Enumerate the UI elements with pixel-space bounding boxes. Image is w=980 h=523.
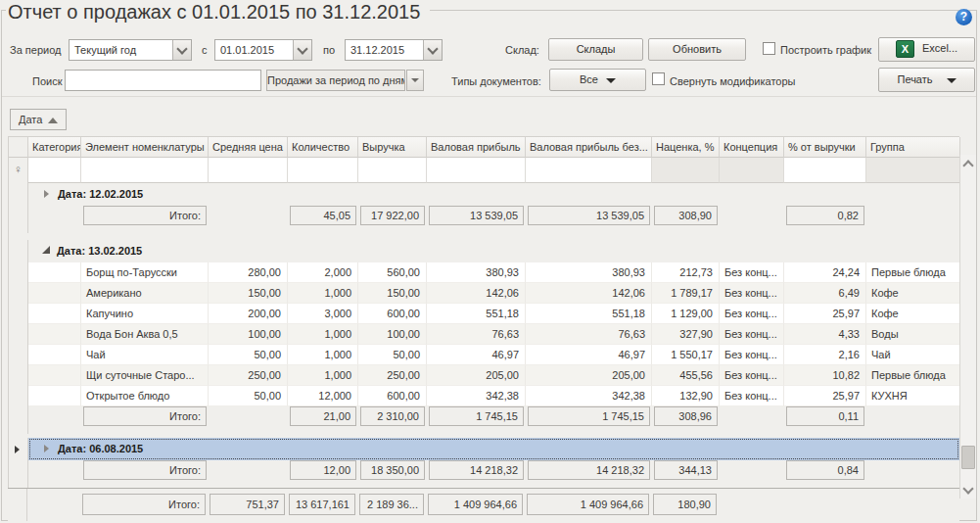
search-input[interactable]	[65, 70, 261, 91]
cell[interactable]	[28, 324, 81, 345]
filter-cell[interactable]	[81, 158, 209, 183]
cell[interactable]	[28, 304, 81, 324]
cell[interactable]: Без конц...	[720, 324, 784, 345]
group-header[interactable]: Дата: 13.02.2015	[28, 240, 959, 262]
cell[interactable]: Чай	[866, 345, 960, 365]
cell[interactable]: 1 129,00	[652, 304, 720, 324]
cell[interactable]: 25,97	[784, 386, 866, 406]
table-row[interactable]: Чай50,001,00050,0046,9746,971 550,17Без …	[9, 345, 959, 365]
filter-cell[interactable]	[28, 158, 81, 183]
cell[interactable]: 3,000	[288, 304, 358, 324]
cell[interactable]: 250,00	[209, 365, 288, 386]
excel-button[interactable]: XExcel...	[878, 37, 975, 62]
cell[interactable]: 205,00	[526, 365, 652, 386]
cell[interactable]: 24,24	[784, 262, 866, 283]
cell[interactable]: Борщ по-Тарусски	[81, 262, 209, 283]
group-by-date-chip[interactable]: Дата	[10, 109, 67, 130]
filter-cell[interactable]	[720, 158, 784, 183]
date-to-combobox[interactable]: 31.12.2015	[345, 39, 443, 61]
chevron-down-icon[interactable]	[293, 40, 311, 60]
cell[interactable]: 1,000	[288, 283, 358, 304]
filter-cell[interactable]	[652, 158, 720, 183]
cell[interactable]	[28, 283, 81, 304]
cell[interactable]	[28, 365, 81, 386]
cell[interactable]: Щи суточные Старо...	[81, 365, 209, 386]
column-header[interactable]: Количество	[288, 137, 358, 158]
cell[interactable]: Без конц...	[720, 283, 784, 304]
date-from-combobox[interactable]: 01.01.2015	[214, 39, 312, 61]
cell[interactable]: Без конц...	[720, 386, 784, 406]
column-header[interactable]: Средняя цена	[209, 137, 288, 158]
column-header[interactable]: Наценка, %	[652, 137, 720, 158]
expand-group-icon[interactable]	[44, 445, 49, 452]
filter-cell[interactable]	[358, 158, 427, 183]
group-row[interactable]: Дата: 12.02.2015	[9, 183, 959, 206]
table-row[interactable]: Вода Бон Аква 0,5100,001,000100,0076,637…	[9, 324, 959, 345]
collapse-modifiers-checkbox[interactable]	[652, 72, 665, 85]
cell[interactable]: 100,00	[209, 324, 288, 345]
cell[interactable]: 200,00	[209, 304, 288, 324]
cell[interactable]	[28, 262, 81, 283]
scroll-down-button[interactable]	[960, 482, 976, 499]
help-icon[interactable]: ?	[956, 9, 972, 25]
cell[interactable]: 600,00	[358, 386, 427, 406]
cell[interactable]: Американо	[81, 283, 209, 304]
print-dropdown-button[interactable]: Печать	[878, 68, 975, 92]
cell[interactable]	[28, 386, 81, 406]
scroll-up-button[interactable]	[960, 155, 976, 171]
chevron-down-icon[interactable]	[172, 40, 191, 60]
cell[interactable]: 327,90	[652, 324, 720, 345]
cell[interactable]: 551,18	[427, 304, 526, 324]
cell[interactable]: Без конц...	[720, 365, 784, 386]
expand-group-icon[interactable]	[44, 190, 49, 198]
column-header[interactable]: Категория	[28, 137, 81, 158]
cell[interactable]: 2,16	[784, 345, 866, 365]
cell[interactable]: Капучино	[81, 304, 209, 324]
cell[interactable]: 1,000	[288, 324, 358, 345]
cell[interactable]: 142,06	[427, 283, 526, 304]
column-header[interactable]: Валовая прибыль без...	[526, 137, 652, 158]
cell[interactable]: 25,97	[784, 304, 866, 324]
cell[interactable]: 380,93	[526, 262, 652, 283]
cell[interactable]: 212,73	[652, 262, 720, 283]
cell[interactable]: Первые блюда	[866, 365, 960, 386]
cell[interactable]: 4,33	[784, 324, 866, 345]
cell[interactable]: Без конц...	[720, 262, 784, 283]
group-row[interactable]: Дата: 06.08.2015	[9, 438, 959, 460]
column-header[interactable]: % от выручки	[784, 137, 866, 158]
column-header[interactable]: Группа	[866, 137, 960, 158]
cell[interactable]: Чай	[81, 345, 209, 365]
doc-types-dropdown[interactable]: Все	[549, 69, 646, 91]
cell[interactable]: 342,38	[526, 386, 652, 406]
cell[interactable]: Кофе	[866, 304, 960, 324]
column-header[interactable]: Элемент номенклатуры	[81, 137, 209, 158]
filter-cell[interactable]	[866, 158, 960, 183]
group-header[interactable]: Дата: 12.02.2015	[28, 183, 959, 206]
cell[interactable]: 342,38	[427, 386, 526, 406]
cell[interactable]: Без конц...	[720, 345, 784, 365]
cell[interactable]: Первые блюда	[866, 262, 960, 283]
chevron-down-icon[interactable]	[423, 40, 442, 60]
cell[interactable]: 1 789,17	[652, 283, 720, 304]
column-header[interactable]: Валовая прибыль	[427, 137, 526, 158]
vertical-scrollbar[interactable]	[959, 155, 976, 499]
view-mode-selector[interactable]: Продажи за период по дням	[266, 70, 405, 91]
column-header[interactable]: Концепция	[720, 137, 784, 158]
filter-cell[interactable]	[526, 158, 652, 183]
column-header[interactable]: Выручка	[358, 137, 427, 158]
cell[interactable]: Открытое блюдо	[81, 386, 209, 406]
cell[interactable]: 142,06	[526, 283, 652, 304]
cell[interactable]: 10,82	[784, 365, 866, 386]
refresh-button[interactable]: Обновить	[648, 38, 746, 61]
cell[interactable]: Кофе	[866, 283, 960, 304]
scrollbar-thumb[interactable]	[961, 446, 975, 469]
cell[interactable]: 205,00	[427, 365, 526, 386]
table-row[interactable]: Открытое блюдо50,0012,000600,00342,38342…	[9, 386, 959, 406]
filter-cell[interactable]	[209, 158, 288, 183]
cell[interactable]: 455,56	[652, 365, 720, 386]
cell[interactable]: 132,90	[652, 386, 720, 406]
cell[interactable]: 46,97	[427, 345, 526, 365]
group-header[interactable]: Дата: 06.08.2015	[28, 438, 959, 460]
cell[interactable]: 250,00	[358, 365, 427, 386]
period-combobox[interactable]: Текущий год	[69, 39, 192, 61]
